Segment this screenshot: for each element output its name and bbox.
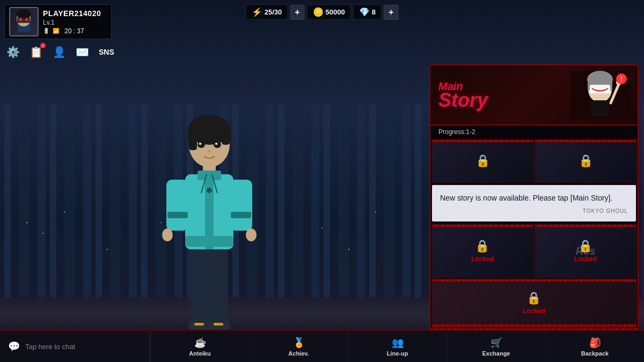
svg-rect-18 (230, 180, 252, 231)
energy-icon: ⚡ (252, 7, 262, 17)
lineup-icon: 👥 (392, 337, 404, 349)
svg-rect-17 (167, 212, 188, 218)
svg-point-35 (208, 150, 211, 152)
svg-rect-30 (222, 129, 230, 145)
coins-value: 50000 (326, 8, 345, 16)
svg-point-36 (162, 228, 173, 241)
player-name: PLAYER214020 (43, 9, 101, 18)
player-details: PLAYER214020 Lv.1 🔋 📶 20 : 37 (43, 9, 101, 35)
locked-item-1: 🔒 (475, 154, 490, 168)
lock-icon-1: 🔒 (475, 154, 490, 168)
svg-point-32 (214, 142, 221, 148)
friends-button[interactable]: 👤 (53, 46, 66, 58)
svg-point-23 (207, 188, 212, 193)
panel-art-bg: ! (570, 71, 630, 119)
story-item-3[interactable]: 🔒 Locked (431, 224, 533, 278)
anteiku-icon: ☕ (194, 337, 206, 349)
energy-plus-button[interactable]: + (290, 5, 304, 20)
item-stripe-3 (432, 225, 533, 227)
svg-rect-22 (197, 171, 221, 180)
chat-area[interactable]: 💬 Tap here to chat (0, 331, 150, 362)
nav-anteiku[interactable]: ☕ Anteiku (150, 331, 249, 362)
wifi-icon: 📶 (53, 28, 59, 34)
panel-character-art: ! (570, 71, 630, 119)
locked-text-5: Locked (523, 307, 545, 315)
svg-point-4 (19, 18, 23, 21)
svg-point-37 (246, 228, 257, 241)
item-stripe-top-1 (432, 140, 533, 142)
nav-exchange[interactable]: 🛒 Exchange (447, 331, 545, 362)
story-grid-bottom: 🔒 Locked Res 🔒 Locked 🔒 Locked (430, 223, 638, 328)
gems-resource: 💎 8 (353, 4, 382, 20)
nav-achievements[interactable]: 🏅 Achiev. (249, 331, 348, 362)
time-display: 20 : 37 (64, 27, 84, 35)
story-item-2[interactable]: 🔒 (535, 139, 636, 182)
lineup-label: Line-up (387, 350, 408, 357)
chat-text: Tap here to chat (25, 343, 75, 351)
player-status-row: 🔋 📶 20 : 37 (43, 27, 101, 35)
story-item-4[interactable]: Res 🔒 Locked (535, 224, 636, 278)
notification-box: New story is now available. Please tap [… (432, 185, 636, 221)
sns-button[interactable]: SNS (99, 48, 114, 56)
coins-resource: 🪙 50000 (307, 4, 351, 20)
svg-point-31 (197, 142, 205, 148)
locked-item-2: 🔒 (579, 154, 593, 168)
lock-icon-3: 🔒 (475, 239, 489, 253)
player-info-box: PLAYER214020 Lv.1 🔋 📶 20 : 37 (4, 4, 112, 39)
item-stripe-4 (535, 225, 636, 227)
svg-rect-19 (231, 212, 251, 218)
nav-lineup[interactable]: 👥 Line-up (348, 331, 447, 362)
action-icons-row: ⚙️ 📋 ! 👤 ✉️ SNS (6, 46, 114, 58)
item-stripe-bottom-5 (432, 324, 636, 327)
avatar-character (10, 8, 38, 35)
gems-plus-button[interactable]: + (384, 5, 398, 20)
settings-button[interactable]: ⚙️ (6, 46, 20, 58)
panel-header: Main Story (430, 65, 638, 125)
player-level: Lv.1 (43, 19, 101, 26)
main-story-panel[interactable]: Main Story (429, 64, 639, 333)
missions-icon: 📋 (30, 46, 43, 58)
anteiku-label: Anteiku (189, 350, 210, 357)
settings-icon: ⚙️ (6, 46, 20, 58)
story-item-5[interactable]: 🔒 Locked (431, 279, 636, 327)
mail-button[interactable]: ✉️ (76, 46, 89, 58)
svg-point-34 (215, 143, 217, 145)
svg-rect-3 (17, 17, 30, 23)
nav-items: ☕ Anteiku 🏅 Achiev. 👥 Line-up 🛒 Exchange… (150, 331, 644, 362)
item-stripe-5 (432, 279, 636, 282)
locked-text-3: Locked (471, 255, 494, 263)
story-item-1[interactable]: 🔒 (431, 139, 533, 182)
story-grid-top: 🔒 🔒 (430, 138, 638, 183)
svg-rect-45 (591, 100, 609, 116)
missions-button[interactable]: 📋 ! (30, 46, 43, 58)
avatar (9, 7, 39, 36)
mail-icon: ✉️ (76, 46, 89, 58)
character-svg (156, 75, 263, 333)
friends-icon: 👤 (53, 46, 66, 58)
gems-value: 8 (372, 8, 376, 16)
chat-icon: 💬 (8, 341, 20, 352)
svg-rect-29 (189, 129, 197, 150)
locked-item-5: 🔒 Locked (523, 291, 545, 315)
backpack-label: Backpack (581, 350, 609, 357)
panel-title: Main Story (438, 81, 488, 109)
svg-rect-13 (205, 241, 228, 323)
svg-point-33 (199, 143, 201, 145)
svg-rect-16 (166, 180, 189, 231)
character-display (150, 70, 268, 333)
energy-value: 25/30 (265, 8, 282, 16)
notification-text: New story is now available. Please tap [… (440, 193, 628, 204)
svg-point-5 (25, 18, 28, 21)
lock-icon-5: 🔒 (526, 291, 541, 305)
gem-icon: 💎 (359, 7, 370, 17)
battery-icon: 🔋 (43, 28, 49, 34)
backpack-icon: 🎒 (589, 337, 601, 349)
progress-label: Progress:1-2 (430, 125, 638, 138)
exchange-label: Exchange (482, 350, 510, 357)
brand-label: TOKYO GHOUL (440, 208, 628, 214)
achievements-icon: 🏅 (293, 337, 305, 349)
nav-backpack[interactable]: 🎒 Backpack (545, 331, 644, 362)
item-stripe-top-2 (535, 140, 636, 142)
res-text: Res (576, 245, 596, 257)
coin-icon: 🪙 (313, 7, 324, 17)
